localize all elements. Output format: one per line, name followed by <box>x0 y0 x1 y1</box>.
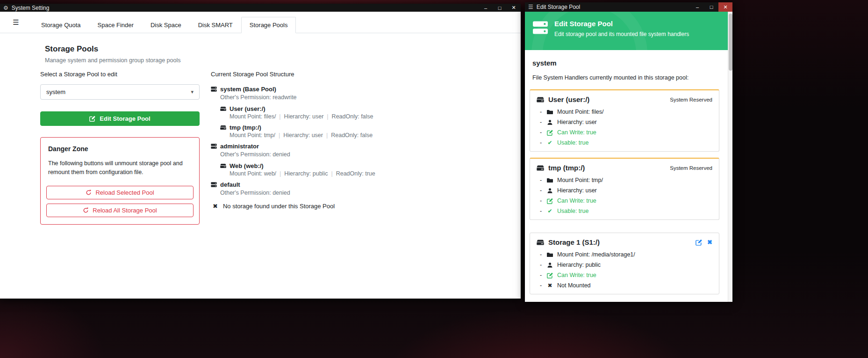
edit-storage-pool-button[interactable]: Edit Storage Pool <box>40 111 200 126</box>
pool-select-value: system <box>46 88 65 95</box>
close-button[interactable]: ✕ <box>718 2 732 12</box>
storage-item-user: User (user:/) Mount Point: files/ | Hier… <box>220 105 519 120</box>
tab-storage-pools[interactable]: Storage Pools <box>241 17 296 33</box>
menu-icon[interactable]: ☰ <box>6 18 26 27</box>
pool-permission: Other's Permission: denied <box>220 190 519 196</box>
system-setting-titlebar[interactable]: ⚙ System Setting – □ ✕ <box>0 4 521 12</box>
gear-icon: ⚙ <box>3 5 8 11</box>
server-icon <box>211 182 217 188</box>
system-reserved-badge: System Reserved <box>670 97 712 102</box>
separator: | <box>327 113 328 120</box>
danger-zone-card: Danger Zone The following buttons will u… <box>40 137 200 225</box>
page-title: Storage Pools <box>45 44 180 54</box>
handler-row-mount: - Mount Point: /media/storage1/ <box>540 251 712 258</box>
server-icon <box>211 86 217 92</box>
cross-icon: ✖ <box>547 282 553 289</box>
folder-icon <box>547 252 553 258</box>
handler-card-storage1: Storage 1 (S1:/) ✖ - Mount Point: /media… <box>530 233 719 294</box>
refresh-icon <box>83 207 89 213</box>
hdd-icon <box>537 164 544 172</box>
handler-row-canwrite: - Can Write: true <box>540 272 712 278</box>
edit-icon <box>547 130 553 136</box>
handlers-intro: File System Handlers currently mounted i… <box>532 74 720 81</box>
separator: | <box>279 132 280 139</box>
user-icon <box>547 188 553 194</box>
handler-row-hierarchy: - Hierarchy: user <box>540 187 712 194</box>
handler-row-mount: - Mount Point: files/ <box>540 109 712 115</box>
separator: | <box>331 170 332 177</box>
edit-handler-icon[interactable] <box>696 239 702 246</box>
check-icon: ✔ <box>547 208 553 214</box>
handler-card-tmp: tmp (tmp:/) System Reserved - Mount Poin… <box>530 158 719 220</box>
check-icon: ✔ <box>547 139 553 146</box>
storage-pools-page: Storage Pools Manage system and permissi… <box>0 33 521 299</box>
minimize-button[interactable]: – <box>479 4 493 12</box>
hdd-icon <box>537 239 544 246</box>
refresh-icon <box>86 190 92 196</box>
hdd-icon <box>220 106 226 112</box>
pool-structure-panel: Current Storage Pool Structure system (B… <box>211 71 519 212</box>
danger-zone-description: The following buttons will unmount stora… <box>48 159 192 177</box>
chevron-down-icon: ▾ <box>191 89 194 95</box>
empty-pool-message: ✖ No storage found under this Storage Po… <box>213 203 519 210</box>
handler-row-mount: - Mount Point: tmp/ <box>540 177 712 183</box>
pool-item-default: default Other's Permission: denied ✖ No … <box>211 181 519 210</box>
server-icon <box>211 143 217 149</box>
danger-zone-title: Danger Zone <box>48 145 194 153</box>
scrollbar[interactable] <box>728 12 732 302</box>
tab-disk-space[interactable]: Disk Space <box>142 17 190 33</box>
pool-select-label: Select a Storage Pool to edit <box>40 71 200 78</box>
separator: | <box>326 132 328 139</box>
page-subtitle: Manage system and permission group stora… <box>45 57 180 64</box>
edit-icon <box>89 116 95 122</box>
pool-item-system: system (Base Pool) Other's Permission: r… <box>211 86 519 139</box>
handler-row-hierarchy: - Hierarchy: public <box>540 262 712 268</box>
handler-row-usable: - ✔ Usable: true <box>540 208 712 214</box>
maximize-button[interactable]: □ <box>493 4 507 12</box>
cross-icon: ✖ <box>213 203 218 210</box>
handler-row-notmounted: - ✖ Not Mounted <box>540 282 712 289</box>
separator: | <box>279 113 280 120</box>
user-icon <box>547 262 553 268</box>
pool-permission: Other's Permission: denied <box>220 151 519 158</box>
pool-item-administrator: administrator Other's Permission: denied… <box>211 143 519 177</box>
handler-row-hierarchy: - Hierarchy: user <box>540 119 712 125</box>
hdd-icon <box>537 96 544 103</box>
tab-disk-smart[interactable]: Disk SMART <box>190 17 241 33</box>
scrollbar-thumb[interactable] <box>729 14 732 71</box>
separator: | <box>280 170 281 177</box>
handler-row-canwrite: - Can Write: true <box>540 197 712 204</box>
window-title: Edit Storage Pool <box>537 4 687 10</box>
edit-pool-titlebar[interactable]: ☰ Edit Storage Pool – □ ✕ <box>525 2 732 12</box>
edit-icon <box>547 198 553 204</box>
banner-subtitle: Edit storage pool and its mounted file s… <box>554 31 689 37</box>
pool-select[interactable]: system ▾ <box>40 84 200 100</box>
server-icon <box>532 20 548 36</box>
storage-item-tmp: tmp (tmp:/) Mount Point: tmp/ | Hierarch… <box>220 124 519 139</box>
close-button[interactable]: ✕ <box>507 4 521 12</box>
handler-row-canwrite: - Can Write: true <box>540 129 712 136</box>
desktop: ⚙ System Setting – □ ✕ ☰ Storage Quota S… <box>0 0 868 358</box>
tab-space-finder[interactable]: Space Finder <box>89 17 142 33</box>
hdd-icon <box>220 124 226 131</box>
storage-item-web: Web (web:/) Mount Point: web/ | Hierarch… <box>220 162 519 177</box>
user-icon <box>547 119 553 125</box>
reload-all-pool-button[interactable]: Reload All Storage Pool <box>46 204 194 217</box>
reload-selected-pool-button[interactable]: Reload Selected Pool <box>46 186 194 199</box>
tab-storage-quota[interactable]: Storage Quota <box>33 17 89 33</box>
folder-icon <box>547 109 553 115</box>
edit-storage-pool-window: ☰ Edit Storage Pool – □ ✕ Edit Storage P… <box>525 2 732 302</box>
folder-icon <box>547 177 553 183</box>
maximize-button[interactable]: □ <box>704 2 718 12</box>
hdd-icon <box>220 163 226 169</box>
edit-icon <box>547 272 553 278</box>
selected-pool-name: system <box>532 59 720 67</box>
pool-permission: Other's Permission: readwrite <box>220 94 519 101</box>
handler-row-usable: - ✔ Usable: true <box>540 139 712 146</box>
window-title: System Setting <box>12 5 475 11</box>
banner-title: Edit Storage Pool <box>554 20 689 28</box>
remove-handler-icon[interactable]: ✖ <box>707 239 712 246</box>
system-reserved-badge: System Reserved <box>670 165 712 171</box>
tab-bar: ☰ Storage Quota Space Finder Disk Space … <box>0 12 521 33</box>
minimize-button[interactable]: – <box>690 2 704 12</box>
